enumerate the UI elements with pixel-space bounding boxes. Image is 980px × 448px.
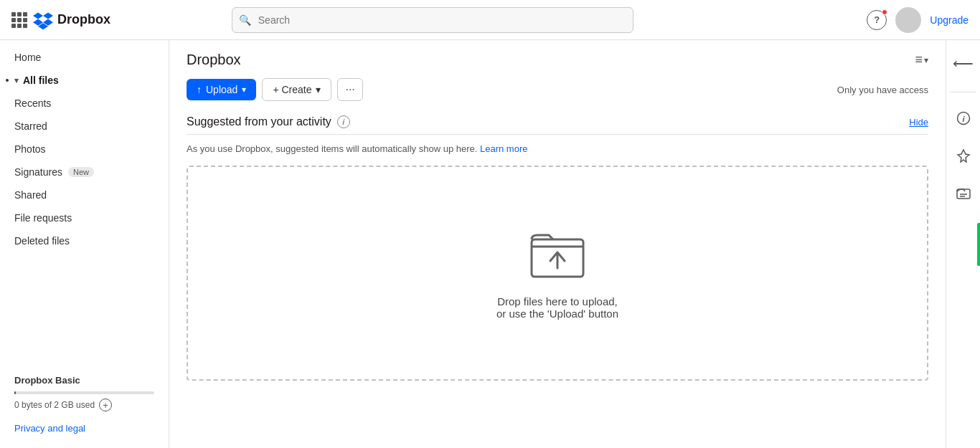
folder-activity-panel-icon[interactable] (952, 181, 975, 204)
sidebar-item-label: Photos (14, 143, 46, 155)
more-options-button[interactable]: ··· (337, 78, 362, 101)
pin-svg-icon (956, 148, 971, 163)
help-notification-dot (882, 9, 887, 15)
search-input[interactable] (232, 7, 633, 33)
view-toggle-button[interactable]: ≡ ▾ (915, 52, 928, 67)
storage-used-text: 0 bytes of 2 GB used (14, 400, 95, 410)
sidebar-item-shared[interactable]: Shared (0, 184, 169, 206)
create-label: + Create (273, 84, 311, 95)
upgrade-link[interactable]: Upgrade (930, 14, 969, 26)
sidebar-item-all-files[interactable]: ▾ All files (0, 69, 169, 92)
content-header: Dropbox ≡ ▾ (187, 52, 928, 68)
svg-text:i: i (962, 115, 965, 123)
search-icon: 🔍 (239, 14, 251, 26)
sidebar-item-label: Shared (14, 189, 47, 201)
dropbox-logo[interactable]: Dropbox (33, 10, 110, 30)
sidebar: Home ▾ All files Recents Starred Photos … (0, 40, 169, 448)
upload-icon: ↑ (197, 84, 202, 95)
info-icon[interactable]: i (337, 115, 350, 128)
content-title: Dropbox (187, 52, 241, 68)
more-icon: ··· (345, 83, 354, 95)
suggested-title-group: Suggested from your activity i (187, 115, 350, 128)
info-svg-icon: i (956, 111, 971, 125)
folder-activity-svg-icon (956, 186, 971, 200)
hide-button[interactable]: Hide (909, 117, 928, 128)
storage-plan-label: Dropbox Basic (14, 375, 154, 386)
avatar[interactable] (895, 7, 921, 33)
suggested-message: As you use Dropbox, suggested items will… (187, 143, 928, 154)
new-badge: New (68, 167, 94, 177)
upload-dropdown-arrow: ▾ (242, 85, 246, 95)
upload-button[interactable]: ↑ Upload ▾ (187, 79, 256, 100)
content-area: Dropbox ≡ ▾ ↑ Upload ▾ + Create ▾ (169, 40, 946, 448)
content-inner: Dropbox ≡ ▾ ↑ Upload ▾ + Create ▾ (169, 40, 946, 448)
suggested-section: Suggested from your activity i Hide As y… (187, 115, 928, 154)
sidebar-item-file-requests[interactable]: File requests (0, 206, 169, 229)
grid-icon[interactable] (11, 12, 27, 28)
learn-more-link[interactable]: Learn more (480, 143, 527, 154)
panel-divider-top (950, 92, 977, 92)
storage-info: 0 bytes of 2 GB used + (14, 399, 154, 411)
privacy-legal-link[interactable]: Privacy and legal (14, 423, 154, 434)
suggested-message-text: As you use Dropbox, suggested items will… (187, 143, 477, 154)
storage-bar-track (14, 391, 154, 394)
navbar-left: Dropbox (11, 10, 110, 30)
main-layout: Home ▾ All files Recents Starred Photos … (0, 40, 980, 448)
sidebar-item-photos[interactable]: Photos (0, 138, 169, 161)
sidebar-item-label: Home (14, 52, 41, 63)
right-panel: ⟵ i (946, 40, 980, 448)
upload-folder-icon (529, 227, 586, 284)
sidebar-item-deleted-files[interactable]: Deleted files (0, 229, 169, 252)
create-button[interactable]: + Create ▾ (262, 78, 331, 101)
toolbar: ↑ Upload ▾ + Create ▾ ··· Only you have … (187, 78, 928, 101)
sidebar-item-recents[interactable]: Recents (0, 92, 169, 115)
suggested-divider (187, 134, 928, 135)
navbar: Dropbox 🔍 ? Upgrade (0, 0, 980, 40)
suggested-header: Suggested from your activity i Hide (187, 115, 928, 128)
hamburger-icon: ≡ (915, 52, 923, 67)
dropbox-brand-name: Dropbox (57, 12, 110, 27)
sidebar-item-label: File requests (14, 212, 72, 224)
drop-zone: Drop files here to upload, or use the 'U… (187, 166, 928, 381)
access-label: Only you have access (837, 85, 928, 95)
chevron-icon: ▾ (14, 76, 19, 85)
sidebar-item-label: Deleted files (14, 235, 70, 247)
dropbox-logo-svg (33, 10, 53, 30)
info-panel-icon[interactable]: i (952, 107, 975, 130)
header-actions: ≡ ▾ (915, 52, 928, 67)
pin-panel-icon[interactable] (952, 144, 975, 167)
chevron-down-icon: ▾ (924, 55, 928, 65)
sidebar-item-home[interactable]: Home (0, 46, 169, 69)
suggested-title-text: Suggested from your activity (187, 115, 331, 128)
drop-text-main: Drop files here to upload, (497, 295, 618, 308)
sidebar-item-label: Signatures (14, 166, 62, 178)
upload-label: Upload (206, 84, 237, 95)
drop-text-sub: or use the 'Upload' button (496, 308, 618, 320)
navbar-right: ? Upgrade (867, 7, 969, 33)
create-dropdown-arrow: ▾ (316, 84, 321, 95)
search-bar: 🔍 (232, 7, 633, 33)
sidebar-item-signatures[interactable]: Signatures New (0, 161, 169, 184)
help-button[interactable]: ? (867, 10, 887, 30)
sidebar-item-starred[interactable]: Starred (0, 115, 169, 138)
green-accent-bar (977, 223, 980, 266)
sidebar-item-label: Starred (14, 120, 47, 132)
sidebar-item-label: Recents (14, 97, 51, 109)
storage-add-button[interactable]: + (99, 399, 112, 411)
sidebar-item-label: All files (23, 75, 59, 86)
storage-bar-fill (14, 391, 16, 394)
sidebar-storage-section: Dropbox Basic 0 bytes of 2 GB used + Pri… (0, 366, 169, 442)
back-button[interactable]: ⟵ (947, 49, 979, 77)
